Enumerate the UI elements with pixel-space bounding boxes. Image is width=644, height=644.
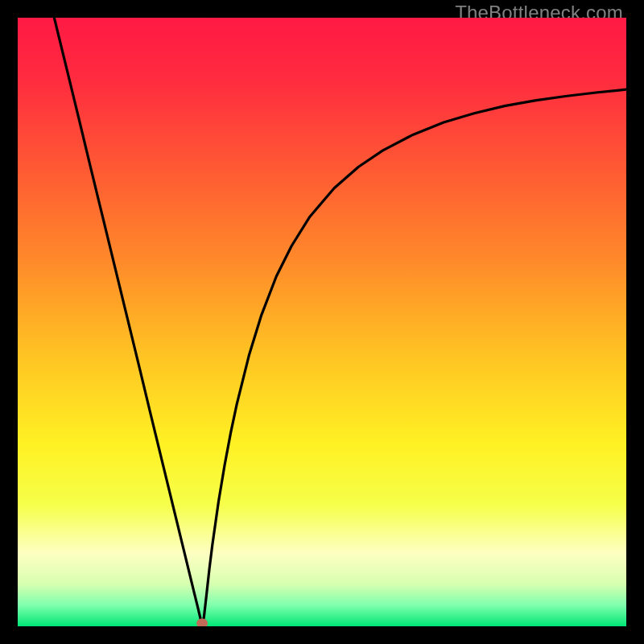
chart-frame	[18, 18, 626, 626]
gradient-background	[18, 18, 626, 626]
bottleneck-chart	[18, 18, 626, 626]
